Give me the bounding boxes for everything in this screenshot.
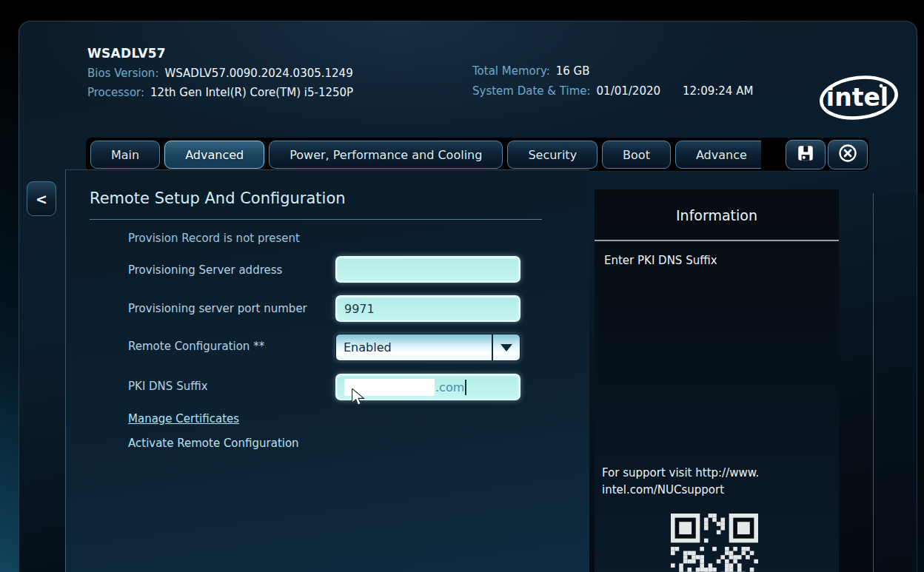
bios-screen: { "header": { "model": "WSADLV57", "bios… [0,0,924,572]
support-url-text: For support visit http://www.intel.com/N… [602,465,760,498]
tab-security-label: Security [528,148,577,162]
processor-value: 12th Gen Intel(R) Core(TM) i5-1250P [150,86,353,99]
qr-code [671,514,758,572]
tab-boot-label: Boot [623,148,650,162]
bios-version-value: WSADLV57.0090.2024.0305.1249 [164,67,352,80]
system-summary: WSADLV57 Bios Version:WSADLV57.0090.2024… [87,46,353,99]
pki-dns-suffix-label: PKI DNS Suffix [128,380,208,393]
floppy-disk-icon [796,144,815,166]
title-divider [90,219,542,220]
tab-advanced-label: Advanced [185,148,244,162]
date-value: 01/01/2020 [597,84,660,98]
back-button[interactable]: < [27,181,56,216]
svg-text:intel: intel [826,83,888,112]
datetime-label: System Date & Time: [472,84,591,98]
server-address-label: Provisioning Server address [128,263,282,277]
tab-power-label: Power, Performance and Cooling [289,148,482,162]
tab-advance-label: Advance [696,148,747,162]
information-divider [595,240,839,241]
mouse-cursor [351,388,365,409]
information-panel: Information Enter PKI DNS Suffix For sup… [595,189,839,572]
total-memory-value: 16 GB [556,64,590,78]
memory-datetime-summary: Total Memory:16 GB System Date & Time:01… [472,64,753,98]
tab-actions [786,140,868,169]
tab-bar: Main Advanced Power, Performance and Coo… [86,138,869,172]
dropdown-arrow-button[interactable] [493,334,520,360]
time-value: 12:09:24 AM [683,84,753,98]
tab-advanced[interactable]: Advanced [164,141,264,169]
tab-advance-clipped[interactable]: Advance [675,141,761,169]
tab-security[interactable]: Security [507,141,597,169]
tab-boot[interactable]: Boot [602,141,671,169]
server-port-label: Provisioning server port number [128,302,307,315]
remote-config-select[interactable]: Enabled [335,334,520,361]
exit-button[interactable] [828,140,868,169]
server-address-input[interactable] [335,256,520,283]
pki-dns-suffix-visible-value: .com [435,380,464,394]
server-port-input[interactable] [335,295,520,322]
processor-label: Processor: [87,86,144,99]
close-circle-icon [837,143,858,166]
page-title: Remote Setup And Configuration [90,189,346,207]
remote-config-value: Enabled [336,334,493,360]
back-chevron-icon: < [36,191,47,207]
model-name: WSADLV57 [87,46,353,61]
bios-version-label: Bios Version: [87,67,158,80]
intel-logo: intel [817,70,900,128]
remote-config-label: Remote Configuration ** [128,340,264,353]
settings-panel: Remote Setup And Configuration Provision… [65,169,589,572]
chevron-down-icon [500,344,512,351]
text-caret [465,380,466,395]
tabs: Main Advanced Power, Performance and Coo… [90,141,761,169]
scrollbar-track[interactable] [873,193,924,572]
tab-main[interactable]: Main [90,141,160,169]
activate-remote-config-item[interactable]: Activate Remote Configuration [128,437,299,450]
information-title: Information [595,207,839,223]
provision-record-status: Provision Record is not present [128,232,300,245]
tab-power-performance-cooling[interactable]: Power, Performance and Cooling [269,141,503,169]
total-memory-label: Total Memory: [472,64,550,78]
tab-main-label: Main [111,148,139,162]
save-button[interactable] [786,140,826,169]
manage-certificates-link[interactable]: Manage Certificates [128,412,239,425]
information-help-text: Enter PKI DNS Suffix [604,254,717,267]
